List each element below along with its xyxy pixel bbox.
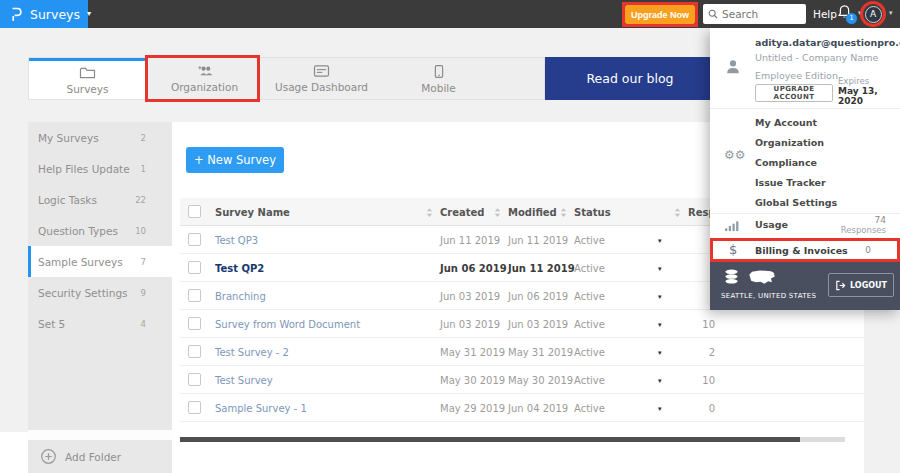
sidebar-item-count: 9 xyxy=(141,288,146,298)
add-people-icon xyxy=(196,64,214,78)
avatar[interactable]: A xyxy=(865,6,882,23)
tab-surveys[interactable]: Surveys xyxy=(29,58,146,99)
row-checkbox[interactable] xyxy=(188,261,201,274)
sidebar-item-count: 4 xyxy=(141,319,146,329)
folders-sidebar: My Surveys 2 Help Files Update 1 Logic T… xyxy=(28,122,172,473)
menu-item-issue-tracker[interactable]: Issue Tracker xyxy=(755,172,826,192)
status-dropdown-caret[interactable]: ▾ xyxy=(658,377,662,385)
sidebar-item-help-files-update[interactable]: Help Files Update 1 xyxy=(28,153,172,184)
logout-label: LOGOUT xyxy=(850,281,887,290)
horizontal-scrollbar[interactable] xyxy=(180,437,845,442)
column-header-created[interactable]: Created xyxy=(440,207,485,218)
sidebar-item-set-5[interactable]: Set 5 4 xyxy=(28,308,172,339)
column-header-status[interactable]: Status xyxy=(574,207,611,218)
status-value: Active xyxy=(574,375,605,386)
column-header-modified[interactable]: Modified xyxy=(508,207,557,218)
dropdown-footer: SEATTLE, UNITED STATES LOGOUT xyxy=(710,262,900,310)
expires-label: Expires xyxy=(838,76,896,86)
status-dropdown-caret[interactable]: ▾ xyxy=(658,405,662,413)
column-header-survey-name[interactable]: Survey Name xyxy=(215,207,290,218)
row-checkbox[interactable] xyxy=(188,345,201,358)
search-input[interactable] xyxy=(722,8,802,20)
add-folder-label: Add Folder xyxy=(65,451,121,463)
read-our-blog-banner[interactable]: Read our blog xyxy=(545,57,715,100)
response-count: 10 xyxy=(685,319,715,330)
tab-usage-dashboard[interactable]: Usage Dashboard xyxy=(263,58,380,99)
status-value: Active xyxy=(574,403,605,414)
table-row: Test Survey - 2 May 31 2019 May 31 2019 … xyxy=(180,338,864,366)
survey-name-link[interactable]: Test Survey xyxy=(215,375,273,386)
add-folder-button[interactable]: Add Folder xyxy=(28,440,172,473)
tab-label: Mobile xyxy=(421,82,455,94)
sidebar-item-logic-tasks[interactable]: Logic Tasks 22 xyxy=(28,184,172,215)
created-date: Jun 11 2019 xyxy=(440,235,500,246)
select-all-checkbox[interactable] xyxy=(188,205,201,218)
tab-mobile[interactable]: Mobile xyxy=(380,58,497,99)
menu-item-compliance[interactable]: Compliance xyxy=(755,152,817,172)
logout-button[interactable]: LOGOUT xyxy=(828,273,894,297)
sidebar-item-security-settings[interactable]: Security Settings 9 xyxy=(28,277,172,308)
chevron-down-icon[interactable]: ▾ xyxy=(889,10,893,17)
row-checkbox[interactable] xyxy=(188,373,201,386)
tab-organization[interactable]: Organization xyxy=(146,58,263,99)
status-dropdown-caret[interactable]: ▾ xyxy=(658,321,662,329)
survey-name-link[interactable]: Test QP2 xyxy=(215,263,264,274)
tab-label: Surveys xyxy=(67,83,109,95)
survey-name-link[interactable]: Test QP3 xyxy=(215,235,258,246)
survey-name-link[interactable]: Sample Survey - 1 xyxy=(215,403,307,414)
bar-chart-icon xyxy=(724,220,740,232)
sidebar-item-sample-surveys[interactable]: Sample Surveys 7 xyxy=(28,246,172,277)
main-tabs: Surveys Organization Usage Dashboard Mob… xyxy=(28,57,545,100)
account-dropdown-menu: aditya.datar@questionpro.c... Untitled -… xyxy=(710,28,900,310)
menu-item-global-settings[interactable]: Global Settings xyxy=(755,192,837,212)
notification-count-badge: 1 xyxy=(846,13,857,24)
gears-icon: ⚙⚙︎ xyxy=(724,148,746,162)
sidebar-item-question-types[interactable]: Question Types 10 xyxy=(28,215,172,246)
search-box[interactable] xyxy=(703,4,806,24)
usage-unit: Responses xyxy=(841,225,886,235)
status-dropdown-caret[interactable]: ▾ xyxy=(658,293,662,301)
row-checkbox[interactable] xyxy=(188,401,201,414)
product-switcher[interactable]: Surveys ▾ xyxy=(0,0,88,28)
survey-name-link[interactable]: Test Survey - 2 xyxy=(215,347,289,358)
scrollbar-thumb[interactable] xyxy=(180,437,800,442)
status-value: Active xyxy=(574,291,605,302)
sort-icon[interactable] xyxy=(426,208,433,217)
status-dropdown-caret[interactable]: ▾ xyxy=(658,349,662,357)
modified-date: May 30 2019 xyxy=(508,375,573,386)
created-date: Jun 03 2019 xyxy=(440,319,500,330)
sort-icon[interactable] xyxy=(674,208,681,217)
app-window: Surveys ▾ Upgrade Now Help 1 ▾ A ▾ xyxy=(0,0,900,473)
person-icon xyxy=(724,58,742,76)
sort-icon[interactable] xyxy=(560,208,567,217)
server-stack-icon xyxy=(723,268,740,288)
row-checkbox[interactable] xyxy=(188,317,201,330)
sidebar-item-my-surveys[interactable]: My Surveys 2 xyxy=(28,122,172,153)
menu-item-my-account[interactable]: My Account xyxy=(755,112,817,132)
menu-item-usage[interactable]: Usage 74 Responses xyxy=(710,214,900,238)
upgrade-account-button[interactable]: UPGRADE ACCOUNT xyxy=(755,84,833,102)
row-checkbox[interactable] xyxy=(188,233,201,246)
status-dropdown-caret[interactable]: ▾ xyxy=(658,237,662,245)
menu-item-billing-invoices[interactable]: $ Billing & Invoices 0 xyxy=(710,238,900,262)
sidebar-item-count: 22 xyxy=(135,195,146,205)
sidebar-item-label: Security Settings xyxy=(38,287,141,299)
topbar: Surveys ▾ Upgrade Now Help 1 ▾ A ▾ xyxy=(0,0,900,28)
menu-item-organization[interactable]: Organization xyxy=(755,132,824,152)
upgrade-now-button[interactable]: Upgrade Now xyxy=(625,5,695,24)
tab-label: Usage Dashboard xyxy=(275,81,368,93)
dollar-icon: $ xyxy=(729,242,737,257)
sort-icon[interactable] xyxy=(494,208,501,217)
survey-name-link[interactable]: Survey from Word Document xyxy=(215,319,360,330)
sidebar-gap xyxy=(28,430,172,440)
row-checkbox[interactable] xyxy=(188,289,201,302)
status-dropdown-caret[interactable]: ▾ xyxy=(658,265,662,273)
sidebar-item-label: Question Types xyxy=(38,225,135,237)
help-link[interactable]: Help xyxy=(813,8,837,20)
sidebar-item-label: Help Files Update xyxy=(38,163,141,175)
account-company: Untitled - Company Name xyxy=(755,52,878,63)
dashboard-icon xyxy=(313,64,330,78)
new-survey-button[interactable]: + New Survey xyxy=(186,147,284,173)
survey-name-link[interactable]: Branching xyxy=(215,291,266,302)
created-date: Jun 03 2019 xyxy=(440,291,500,302)
